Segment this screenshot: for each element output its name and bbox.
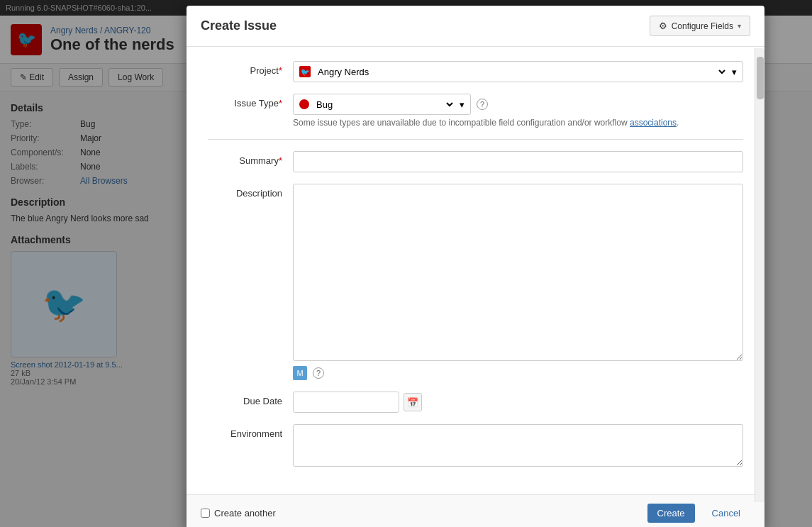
date-input-row: 📅 bbox=[293, 392, 743, 413]
issue-type-chevron-icon: ▾ bbox=[460, 99, 465, 110]
modal-footer: Create another Create Cancel bbox=[187, 494, 764, 527]
modal-body: Project* 🐦 Angry Nerds ▾ Issue Type* bbox=[187, 47, 764, 494]
environment-label: Environment bbox=[208, 424, 293, 439]
project-label: Project* bbox=[208, 61, 293, 76]
scroll-thumb bbox=[757, 57, 764, 99]
issue-type-select-wrapper: Bug Task Story Epic ▾ ? bbox=[293, 94, 743, 115]
summary-field bbox=[293, 151, 743, 172]
description-field: M ? bbox=[293, 184, 743, 380]
create-another-row: Create another bbox=[201, 508, 276, 518]
form-divider bbox=[208, 139, 743, 140]
due-date-field: 📅 bbox=[293, 392, 743, 413]
description-textarea[interactable] bbox=[293, 184, 743, 361]
create-issue-modal: Create Issue ⚙ Configure Fields ▾ Projec… bbox=[187, 6, 764, 527]
project-row: Project* 🐦 Angry Nerds ▾ bbox=[208, 61, 743, 82]
due-date-label: Due Date bbox=[208, 392, 293, 406]
configure-fields-label: Configure Fields bbox=[672, 21, 733, 31]
modal-title: Create Issue bbox=[201, 18, 277, 33]
gear-icon: ⚙ bbox=[659, 21, 667, 31]
editor-icon[interactable]: M bbox=[293, 366, 307, 380]
due-date-input[interactable] bbox=[293, 392, 399, 413]
modal-header: Create Issue ⚙ Configure Fields ▾ bbox=[187, 6, 764, 47]
description-help-icon[interactable]: ? bbox=[313, 367, 324, 379]
environment-row: Environment bbox=[208, 424, 743, 469]
configure-fields-button[interactable]: ⚙ Configure Fields ▾ bbox=[650, 16, 750, 36]
issue-type-field: Bug Task Story Epic ▾ ? Some issue types… bbox=[293, 94, 743, 128]
cancel-button[interactable]: Cancel bbox=[702, 504, 750, 523]
due-date-row: Due Date 📅 bbox=[208, 392, 743, 413]
issue-type-row: Issue Type* Bug Task Story Epic ▾ ? bbox=[208, 94, 743, 128]
project-chevron-icon: ▾ bbox=[732, 67, 737, 77]
issue-type-warning: Some issue types are unavailable due to … bbox=[293, 118, 743, 128]
create-another-label[interactable]: Create another bbox=[214, 508, 276, 518]
issue-type-select[interactable]: Bug Task Story Epic bbox=[313, 99, 455, 111]
summary-row: Summary* bbox=[208, 151, 743, 172]
issue-type-label: Issue Type* bbox=[208, 94, 293, 109]
calendar-button[interactable]: 📅 bbox=[404, 393, 422, 411]
description-toolbar: M ? bbox=[293, 366, 743, 380]
project-select[interactable]: Angry Nerds bbox=[315, 66, 728, 78]
chevron-down-icon: ▾ bbox=[738, 22, 741, 30]
bug-type-icon bbox=[299, 99, 309, 109]
create-button[interactable]: Create bbox=[647, 504, 695, 523]
project-icon: 🐦 bbox=[299, 66, 311, 77]
environment-field bbox=[293, 424, 743, 469]
create-another-checkbox[interactable] bbox=[201, 509, 210, 518]
description-label: Description bbox=[208, 184, 293, 199]
environment-textarea[interactable] bbox=[293, 424, 743, 467]
issue-type-select-container: Bug Task Story Epic ▾ bbox=[293, 94, 471, 115]
associations-link[interactable]: associations bbox=[630, 118, 677, 128]
issue-type-help-icon[interactable]: ? bbox=[477, 99, 488, 110]
project-field: 🐦 Angry Nerds ▾ bbox=[293, 61, 743, 82]
summary-label: Summary* bbox=[208, 151, 293, 166]
project-select-wrapper: 🐦 Angry Nerds ▾ bbox=[293, 61, 743, 82]
modal-scrollbar[interactable] bbox=[755, 48, 764, 502]
description-row: Description M ? bbox=[208, 184, 743, 380]
summary-input[interactable] bbox=[293, 151, 743, 172]
